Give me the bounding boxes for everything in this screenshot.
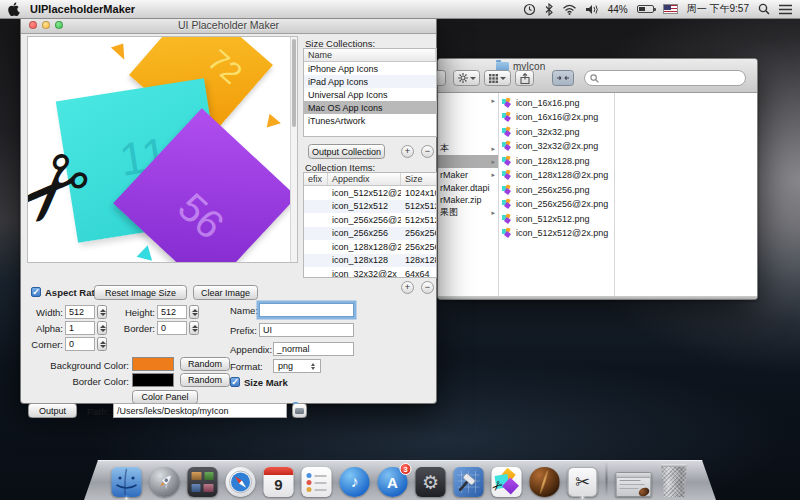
border-field[interactable]: 0 [157, 321, 187, 335]
dock-icon-finder[interactable] [112, 467, 142, 497]
collection-row-selected[interactable]: Mac OS App Icons [304, 101, 436, 114]
preview-scrollbar[interactable] [290, 37, 297, 262]
action-gear-button[interactable] [453, 70, 480, 86]
finder-folder-row[interactable]: ▸ [438, 94, 498, 107]
finder-folder-row[interactable]: rMaker▸ [438, 168, 498, 181]
dock-minimized-window[interactable] [616, 472, 652, 497]
alpha-stepper[interactable] [97, 321, 107, 335]
file-row[interactable]: icon_16x16@2x.png [502, 111, 612, 124]
border-random-button[interactable]: Random [180, 373, 230, 387]
spotlight-search-icon[interactable] [758, 3, 770, 15]
dropbox-collapse-button[interactable] [552, 70, 574, 86]
table-row[interactable]: icon_512x512512x512 [304, 200, 436, 214]
wifi-icon[interactable] [562, 4, 577, 15]
collection-row[interactable]: iPad App Icons [304, 75, 436, 88]
rocket-icon [150, 467, 180, 497]
file-row[interactable]: icon_512x512.png [502, 212, 612, 225]
height-field[interactable]: 512 [157, 305, 187, 319]
dock-icon-reminders[interactable] [302, 467, 332, 497]
table-row[interactable]: icon_256x256256x256 [304, 227, 436, 241]
file-row[interactable]: icon_512x512@2x.png [502, 227, 612, 240]
table-row[interactable]: icon_128x128@2x256x256 [304, 240, 436, 254]
file-row[interactable]: icon_16x16.png [502, 96, 612, 109]
notification-center-icon[interactable] [779, 4, 792, 15]
apple-menu-icon[interactable] [8, 2, 20, 16]
table-row[interactable]: icon_128x128128x128 [304, 254, 436, 268]
finder-folder-row[interactable]: 果图▸ [438, 206, 498, 219]
dock-icon-launchpad[interactable] [150, 467, 180, 497]
file-row[interactable]: icon_256x256.png [502, 183, 612, 196]
size-mark-checkbox[interactable]: ✓ [230, 377, 240, 387]
dock-icon-xcode[interactable] [454, 467, 484, 497]
format-popup[interactable]: png [273, 359, 321, 373]
png-file-icon [502, 127, 512, 137]
choose-folder-button[interactable] [292, 403, 307, 418]
table-header[interactable]: Name [304, 49, 436, 62]
finder-search-input[interactable] [584, 70, 746, 86]
finder-file-row[interactable]: rMaker.zip [438, 193, 498, 206]
table-row[interactable]: icon_32x32@2x64x64 [304, 267, 436, 278]
bluetooth-icon[interactable] [545, 3, 553, 16]
add-collection-button[interactable]: + [401, 145, 414, 158]
dock-icon-calendar[interactable]: 9 [264, 467, 294, 497]
file-row[interactable]: icon_32x32@2x.png [502, 140, 612, 153]
corner-stepper[interactable] [97, 337, 107, 351]
remove-collection-button[interactable]: − [421, 145, 434, 158]
clear-image-button[interactable]: Clear Image [193, 285, 258, 300]
path-field[interactable]: /Users/leks/Desktop/myIcon [113, 403, 287, 418]
name-field[interactable] [259, 303, 354, 317]
output-button[interactable]: Output [28, 403, 77, 418]
share-button[interactable] [515, 70, 534, 86]
border-stepper[interactable] [189, 321, 199, 335]
width-field[interactable]: 512 [65, 305, 95, 319]
collection-row[interactable]: iPhone App Icons [304, 62, 436, 75]
dock-icon-app-store[interactable]: A 3 [378, 467, 408, 497]
background-color-swatch[interactable] [132, 357, 174, 371]
table-row[interactable]: icon_256x256@2x512x512 [304, 213, 436, 227]
aspect-ratio-checkbox[interactable]: ✓ [31, 287, 41, 297]
appendix-field[interactable]: _normal [273, 342, 354, 356]
height-stepper[interactable] [189, 305, 199, 319]
file-row[interactable]: icon_32x32.png [502, 125, 612, 138]
table-header[interactable]: efix Appendix Size [304, 173, 436, 186]
collection-row[interactable]: Universal App Icons [304, 88, 436, 101]
dock-icon-coffee-bean[interactable] [530, 467, 560, 497]
output-collection-button[interactable]: Output Collection [308, 144, 385, 159]
finder-folder-row[interactable]: 本▸ [438, 142, 498, 155]
file-row[interactable]: icon_256x256@2x.png [502, 198, 612, 211]
time-machine-icon[interactable] [523, 3, 536, 16]
prefix-field[interactable]: UI [259, 323, 354, 337]
dock-icon-scissors-app[interactable]: ✂ [568, 467, 598, 497]
image-preview-canvas[interactable]: 72 114 56 ✂ [27, 36, 298, 263]
dock-icon-trash[interactable] [660, 464, 689, 497]
reset-image-size-button[interactable]: Reset Image Size [94, 285, 187, 300]
table-row[interactable]: icon_512x512@2x1024x1024 [304, 186, 436, 200]
file-row[interactable]: icon_128x128.png [502, 154, 612, 167]
input-language-flag-icon[interactable] [663, 4, 678, 14]
corner-field[interactable]: 0 [65, 337, 95, 351]
column-divider[interactable] [614, 93, 615, 296]
border-color-swatch[interactable] [132, 373, 174, 387]
background-random-button[interactable]: Random [180, 357, 230, 371]
png-file-icon [502, 185, 512, 195]
remove-item-button[interactable]: − [421, 281, 434, 294]
finder-titlebar[interactable]: myIcon [438, 59, 757, 93]
add-item-button[interactable]: + [401, 281, 414, 294]
file-row[interactable]: icon_128x128@2x.png [502, 169, 612, 182]
dock-icon-safari[interactable] [226, 467, 256, 497]
dock-icon-ui-placeholder-maker[interactable]: ✂ [492, 467, 522, 497]
menubar-clock[interactable]: 周一 下午9:57 [687, 2, 749, 16]
collection-row[interactable]: iTunesArtwork [304, 114, 436, 127]
finder-folder-row-selected[interactable]: ▸ [438, 155, 498, 168]
arrange-button[interactable] [484, 70, 511, 86]
dock-icon-mission-control[interactable] [188, 467, 218, 497]
color-panel-button[interactable]: Color Panel [132, 390, 198, 404]
alpha-field[interactable]: 1 [65, 321, 95, 335]
menubar-app-name[interactable]: UIPlaceholderMaker [30, 3, 135, 15]
column-divider[interactable] [498, 93, 499, 296]
dock-icon-itunes[interactable]: ♪ [340, 467, 370, 497]
dock-icon-system-preferences[interactable]: ⚙ [416, 467, 446, 497]
width-stepper[interactable] [97, 305, 107, 319]
volume-icon[interactable] [586, 4, 599, 15]
battery-icon[interactable] [637, 5, 654, 13]
